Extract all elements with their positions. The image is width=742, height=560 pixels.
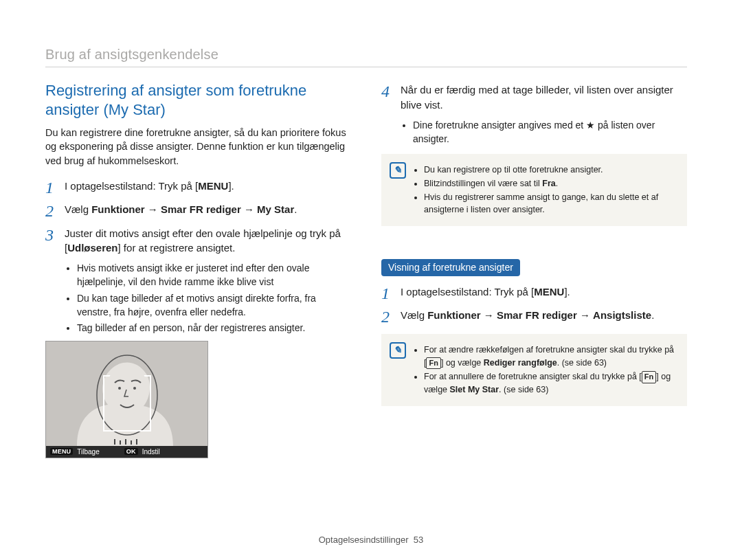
step-number: 1 [45,179,58,197]
step-3: 3 Juster dit motivs ansigt efter den ova… [45,226,351,256]
step-2-prefix: Vælg [65,203,91,215]
footer-label: Optagelsesindstillinger [319,535,409,545]
note-bold: Fra [542,179,555,188]
page-footer: Optagelsesindstillinger 53 [0,535,742,545]
section-title: Registrering af ansigter som foretrukne … [45,81,351,119]
step-3-text-b: ] for at registrere ansigtet. [118,242,236,254]
right-column: 4 Når du er færdig med at tage billeder,… [381,80,687,458]
svg-point-5 [133,387,136,390]
step-1b-suffix: ]. [564,286,570,298]
arrow-icon [148,203,158,215]
path-mystar: My Star [257,203,294,215]
bullet: Tag billeder af en person, når der regis… [77,321,351,335]
step-2-suffix: . [294,203,297,215]
ok-key-icon: OK [124,448,138,455]
ok-set-label: Indstil [142,448,160,456]
step-1: 1 I optagelsestilstand: Tryk på [MENU]. [45,179,351,197]
step-3-bullets: Hvis motivets ansigt ikke er justeret in… [65,261,351,335]
step-2: 2 Vælg Funktioner Smar FR rediger My Sta… [45,202,351,220]
note-text: ] og vælge [441,358,484,368]
note-text: For at annullere de foretrukne ansigter … [424,372,642,381]
step-number: 3 [45,226,58,256]
shutter-key: Udløseren [67,242,117,254]
step-number: 2 [45,202,58,220]
path-smar-fr: Smar FR rediger [161,203,241,215]
step-number: 2 [381,308,394,326]
fn-key: Fn [642,371,656,383]
note-item: For at ændre rækkefølgen af foretrukne a… [424,344,677,369]
menu-back-label: Tilbage [77,448,99,456]
breadcrumb: Brug af ansigtsgenkendelse [45,47,687,63]
left-column: Registrering af ansigter som foretrukne … [45,80,351,458]
note-text: . [556,179,558,188]
step-1-prefix: I optagelsestilstand: Tryk på [ [65,180,198,192]
arrow-icon [580,309,590,321]
subsection-pill: Visning af foretrukne ansigter [381,259,520,276]
note-text: . (se side 63) [557,358,607,368]
bullet: Hvis motivets ansigt ikke er justeret in… [77,261,351,289]
step-2b-prefix: Vælg [401,309,427,321]
note-icon: ✎ [390,162,406,179]
note-icon: ✎ [390,342,406,359]
note-bold: Rediger rangfølge [484,358,557,368]
bullet-prefix: Dine foretrukne ansigter angives med et [413,120,586,131]
note-item: Blitzindstillingen vil være sat til Fra. [424,177,677,190]
face-guide-illustration [46,341,207,446]
star-icon: ★ [586,120,595,130]
note-text: . (se side 63) [499,385,548,394]
step-4-bullets: Dine foretrukne ansigter angives med et … [401,118,687,146]
camera-display: MENU Tilbage OK Indstil [45,341,208,458]
note-item: For at annullere de foretrukne ansigter … [424,370,677,396]
path-smar-fr: Smar FR rediger [497,309,577,321]
arrow-icon [484,309,494,321]
bullet: Du kan tage billeder af et motivs ansigt… [77,291,351,320]
note-bold: Slet My Star [450,385,499,394]
step-number: 1 [381,284,394,302]
svg-point-4 [118,387,121,390]
path-funktioner: Funktioner [91,203,145,215]
step-2b-suffix: . [651,309,654,321]
step-1b: 1 I optagelsestilstand: Tryk på [MENU]. [381,284,687,302]
step-2b: 2 Vælg Funktioner Smar FR rediger Ansigt… [381,308,687,326]
step-4: 4 Når du er færdig med at tage billeder,… [381,82,687,113]
note-item: Du kan registrere op til otte foretrukne… [424,164,677,176]
step-1-suffix: ]. [228,180,234,192]
arrow-icon [244,203,254,215]
divider [45,67,687,67]
note-text: Blitzindstillingen vil være sat til [424,179,542,188]
step-4-text: Når du er færdig med at tage billeder, v… [401,82,687,113]
note-item: Hvis du registrerer samme ansigt to gang… [424,191,677,216]
path-funktioner: Funktioner [427,309,481,321]
step-number: 4 [381,82,394,113]
fn-key: Fn [426,357,440,370]
path-ansigtsliste: Ansigtsliste [593,309,651,321]
info-note-1: ✎ Du kan registrere op til otte foretruk… [381,154,687,226]
menu-key: MENU [198,180,228,192]
step-1b-prefix: I optagelsestilstand: Tryk på [ [401,286,534,298]
bullet: Dine foretrukne ansigter angives med et … [413,118,687,146]
footer-page: 53 [414,535,423,545]
menu-key: MENU [534,286,564,298]
intro-text: Du kan registrere dine foretrukne ansigt… [45,126,351,168]
info-note-2: ✎ For at ændre rækkefølgen af foretrukne… [381,334,687,405]
menu-key-icon: MENU [50,448,73,455]
